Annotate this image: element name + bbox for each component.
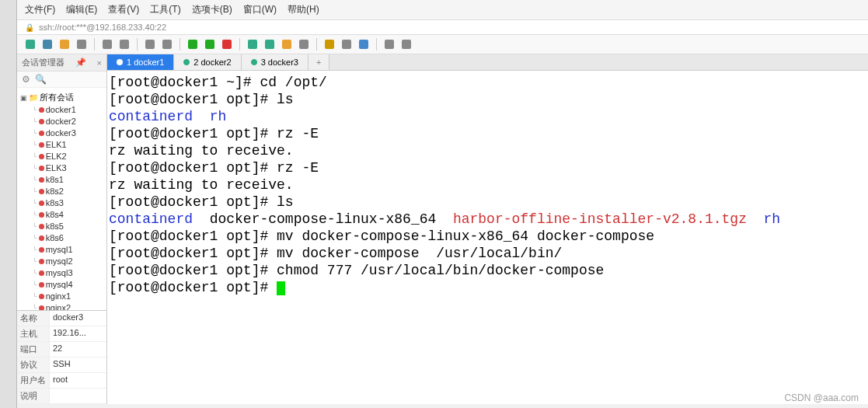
- sidebar-pin-icon[interactable]: 📌: [75, 58, 86, 68]
- tree-item[interactable]: └k8s3: [19, 197, 105, 209]
- toolbar-sq1-icon[interactable]: [246, 37, 260, 51]
- tree-item-label: mysql2: [46, 256, 73, 267]
- tree-item[interactable]: └mysql4: [19, 279, 105, 291]
- menu-view[interactable]: 查看(V): [108, 3, 139, 16]
- session-dot-icon: [39, 119, 44, 124]
- terminal-text: rz waiting to receive.: [109, 177, 294, 193]
- tree-branch-icon: └: [33, 116, 37, 127]
- tree-item-label: k8s6: [46, 232, 64, 244]
- session-tree[interactable]: ▣ 📁 所有会话 └docker1└docker2└docker3└ELK1└E…: [17, 88, 106, 310]
- session-tab[interactable]: 3 docker3: [242, 54, 309, 70]
- toolbar-doc-icon[interactable]: [40, 37, 54, 51]
- tree-branch-icon: └: [33, 127, 37, 139]
- tree-item[interactable]: └ELK2: [19, 151, 105, 162]
- property-row: 说明: [17, 389, 106, 404]
- toolbar-q-icon[interactable]: [382, 37, 396, 51]
- tree-item[interactable]: └docker1: [19, 104, 105, 116]
- toolbar-plus-icon[interactable]: [23, 37, 37, 51]
- terminal[interactable]: [root@docker1 ~]# cd /opt/[root@docker1 …: [107, 71, 868, 404]
- tree-item[interactable]: └k8s1: [19, 174, 105, 186]
- sidebar-close-icon[interactable]: ×: [97, 58, 102, 68]
- add-tab-button[interactable]: +: [309, 54, 329, 70]
- tree-item-label: k8s3: [46, 197, 64, 209]
- property-row: 名称docker3: [17, 311, 106, 326]
- toolbar-color-icon[interactable]: [357, 37, 371, 51]
- tree-item-label: ELK1: [46, 139, 67, 151]
- tree-item-label: mysql3: [46, 267, 73, 279]
- session-dot-icon: [39, 235, 44, 241]
- tree-item[interactable]: └nginx1: [19, 291, 105, 302]
- property-key: 主机: [17, 326, 50, 341]
- sidebar-tool-icon[interactable]: 🔍: [35, 74, 47, 85]
- toolbar-green2-icon[interactable]: [203, 37, 217, 51]
- terminal-text: rh: [210, 109, 227, 124]
- address-text[interactable]: ssh://root:***@192.168.233.40:22: [39, 23, 166, 32]
- terminal-line: [root@docker1 opt]# ls: [109, 194, 866, 211]
- app-left-strip: [0, 0, 17, 408]
- property-row: 用户名root: [17, 373, 106, 389]
- tree-item-label: k8s2: [46, 186, 64, 197]
- terminal-line: [root@docker1 opt]# mv docker-compose /u…: [109, 245, 866, 262]
- tree-item[interactable]: └k8s4: [19, 209, 105, 221]
- folder-icon: 📁: [29, 93, 38, 102]
- tree-item[interactable]: └mysql2: [19, 256, 105, 267]
- toolbar-key-icon[interactable]: [322, 37, 336, 51]
- menu-file[interactable]: 文件(F): [25, 3, 55, 16]
- tree-item[interactable]: └k8s2: [19, 186, 105, 197]
- session-dot-icon: [39, 294, 44, 299]
- tree-item-label: nginx2: [46, 302, 71, 310]
- tree-item[interactable]: └mysql1: [19, 244, 105, 256]
- toolbar-sq2-icon[interactable]: [263, 37, 277, 51]
- terminal-text: [root@docker1 opt]# ls: [109, 92, 294, 107]
- menu-tabs[interactable]: 选项卡(B): [192, 3, 232, 16]
- tree-expand-icon[interactable]: ▣: [20, 94, 27, 102]
- toolbar-green1-icon[interactable]: [186, 37, 200, 51]
- tree-item-label: mysql4: [46, 279, 73, 291]
- toolbar-folder-icon[interactable]: [58, 37, 71, 51]
- tree-branch-icon: └: [33, 209, 37, 221]
- session-tab[interactable]: 1 docker1: [107, 54, 174, 70]
- tree-item[interactable]: └docker2: [19, 116, 105, 127]
- menu-help[interactable]: 帮助(H): [288, 3, 319, 16]
- terminal-cursor: [277, 281, 285, 295]
- property-value: docker3: [50, 311, 106, 326]
- tree-item-label: ELK3: [46, 162, 67, 174]
- tree-item[interactable]: └docker3: [19, 127, 105, 139]
- toolbar-prop-icon[interactable]: [75, 37, 89, 51]
- menu-bar: 文件(F) 编辑(E) 查看(V) 工具(T) 选项卡(B) 窗口(W) 帮助(…: [17, 0, 868, 20]
- address-bar: 🔒 ssh://root:***@192.168.233.40:22: [17, 20, 868, 35]
- toolbar-font-icon[interactable]: [340, 37, 354, 51]
- toolbar-separator: [316, 38, 317, 51]
- property-row: 端口22: [17, 342, 106, 357]
- session-tab[interactable]: 2 docker2: [174, 54, 241, 70]
- session-dot-icon: [39, 154, 44, 159]
- toolbar-zoom-icon[interactable]: [399, 37, 413, 51]
- tree-item[interactable]: └k8s6: [19, 232, 105, 244]
- terminal-text: containerd: [109, 211, 193, 227]
- sidebar-tool-icon[interactable]: ⚙: [22, 74, 30, 85]
- tree-item[interactable]: └ELK1: [19, 139, 105, 151]
- toolbar-hist-icon[interactable]: [160, 37, 174, 51]
- sidebar-toolbar: ⚙ 🔍: [17, 71, 106, 88]
- menu-edit[interactable]: 编辑(E): [66, 3, 97, 16]
- terminal-text: [193, 109, 210, 124]
- menu-window[interactable]: 窗口(W): [243, 3, 277, 16]
- toolbar-search-icon[interactable]: [143, 37, 157, 51]
- tree-root[interactable]: ▣ 📁 所有会话: [19, 91, 105, 104]
- tree-item[interactable]: └k8s5: [19, 221, 105, 232]
- toolbar-sq3-icon[interactable]: [280, 37, 294, 51]
- tree-item[interactable]: └nginx2: [19, 302, 105, 310]
- property-key: 说明: [17, 389, 50, 403]
- toolbar-sq4-icon[interactable]: [297, 37, 311, 51]
- toolbar-copy-icon[interactable]: [100, 37, 114, 51]
- tree-root-label: 所有会话: [40, 92, 74, 103]
- toolbar-paste-icon[interactable]: [117, 37, 131, 51]
- tree-item[interactable]: └mysql3: [19, 267, 105, 279]
- tree-branch-icon: └: [33, 174, 37, 186]
- tree-item[interactable]: └ELK3: [19, 162, 105, 174]
- terminal-text: [root@docker1 ~]# cd /opt/: [109, 75, 327, 90]
- toolbar-red1-icon[interactable]: [220, 37, 234, 51]
- menu-tools[interactable]: 工具(T): [150, 3, 180, 16]
- terminal-line: [root@docker1 ~]# cd /opt/: [109, 74, 866, 91]
- session-dot-icon: [39, 247, 44, 253]
